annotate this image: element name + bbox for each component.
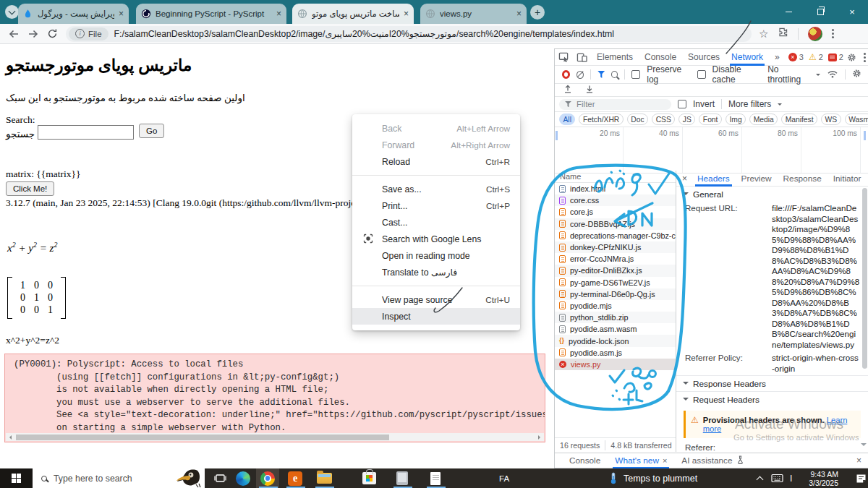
browser-tab[interactable]: views.py× — [420, 4, 527, 24]
filter-chip-doc[interactable]: Doc — [627, 114, 648, 125]
weather-widget[interactable]: Temps to plummet — [624, 468, 697, 488]
details-scrollbar[interactable] — [862, 188, 867, 369]
filter-chip-img[interactable]: Img — [726, 114, 746, 125]
network-request-row[interactable]: core.css — [555, 194, 676, 206]
go-button[interactable]: Go — [139, 124, 164, 138]
name-column-header[interactable]: Name — [555, 171, 676, 183]
tab-close-icon[interactable]: × — [119, 9, 124, 19]
console-warnings-badge[interactable]: ⚠ 2 — [809, 52, 823, 62]
menu-item-open-in-reading-mode[interactable]: Open in reading mode — [352, 247, 520, 264]
devtools-tab-network[interactable]: Network — [726, 49, 769, 66]
filter-chip-css[interactable]: CSS — [652, 114, 675, 125]
browser-menu-icon[interactable] — [832, 33, 834, 35]
chrome-icon[interactable] — [256, 468, 279, 488]
network-request-row[interactable]: py-terminal-D6e0p-Qg.js — [555, 288, 676, 300]
network-request-row[interactable]: core.js — [555, 206, 676, 218]
scroll-left-icon[interactable] — [7, 435, 12, 440]
task-view-button[interactable] — [208, 468, 231, 488]
scroll-right-icon[interactable] — [538, 435, 542, 440]
close-details-icon[interactable]: × — [682, 174, 687, 184]
microsoft-store-icon[interactable] — [357, 468, 380, 488]
forward-button[interactable] — [27, 29, 39, 39]
filter-chip-all[interactable]: All — [559, 114, 575, 125]
export-har-icon[interactable] — [563, 85, 572, 95]
reload-button[interactable] — [47, 28, 58, 39]
filter-chip-manifest[interactable]: Manifest — [781, 114, 817, 125]
touch-keyboard-icon[interactable] — [771, 468, 783, 488]
tab-search-button[interactable] — [5, 5, 19, 19]
network-request-row[interactable]: python_stdlib.zip — [555, 312, 676, 323]
timeline-handle-right[interactable] — [864, 131, 866, 140]
taskbar-clock[interactable]: 9:43 AM 3/3/2025 — [801, 468, 838, 488]
inspect-element-icon[interactable] — [558, 52, 569, 62]
document-app-icon[interactable] — [424, 468, 447, 488]
section-general[interactable]: General — [676, 187, 868, 202]
section-response-headers[interactable]: Response Headers — [676, 375, 868, 391]
start-button[interactable] — [0, 468, 33, 488]
import-har-icon[interactable] — [585, 85, 594, 95]
network-request-row[interactable]: pyodide.mjs — [555, 300, 676, 312]
filter-chip-js[interactable]: JS — [678, 114, 695, 125]
device-toolbar-icon[interactable] — [576, 52, 587, 62]
close-whats-new-icon[interactable]: × — [663, 456, 667, 465]
tablet-app-icon[interactable] — [391, 468, 414, 488]
devtools-tab-elements[interactable]: Elements — [591, 49, 639, 66]
file-explorer-icon[interactable] — [312, 468, 336, 488]
network-request-row[interactable]: pyodide.asm.wasm — [555, 323, 676, 335]
network-request-row[interactable]: pyodide.asm.js — [555, 347, 676, 359]
profile-avatar[interactable] — [808, 27, 822, 41]
disable-cache-checkbox[interactable] — [697, 70, 706, 79]
filter-chip-wasm[interactable]: Wasm — [845, 114, 868, 125]
network-timeline[interactable]: 20 ms40 ms60 ms80 ms100 ms — [555, 127, 868, 174]
network-request-row[interactable]: {}pyodide-lock.json — [555, 335, 676, 346]
address-bar[interactable]: i File F:/salamCleanDesktop3/salamCleanD… — [66, 26, 752, 42]
scrollbar-thumb[interactable] — [16, 435, 389, 440]
request-tab-headers[interactable]: Headers — [692, 171, 736, 187]
drawer-close-icon[interactable]: × — [856, 455, 861, 466]
network-conditions-icon[interactable] — [827, 69, 838, 80]
scheme-chip[interactable]: i File — [69, 27, 109, 40]
scroll-down-icon[interactable] — [861, 443, 867, 449]
issues-badge[interactable]: 2 — [828, 53, 843, 61]
devtools-tab-sources[interactable]: Sources — [682, 49, 726, 66]
network-filter-icon[interactable] — [597, 71, 605, 78]
network-request-row[interactable]: py-editor-DnliBZkx.js — [555, 265, 676, 276]
network-search-icon[interactable] — [611, 71, 618, 78]
network-filter-input[interactable]: Filter — [559, 99, 671, 110]
menu-item-print[interactable]: Print...Ctrl+P — [352, 197, 520, 214]
network-request-row[interactable]: error-CcoJNMra.js — [555, 253, 676, 265]
network-request-row[interactable]: core-DBBBvqAZ.js — [555, 218, 676, 230]
browser-tab[interactable]: ویرایش پست - ویرگول× — [18, 4, 129, 24]
back-button[interactable] — [8, 29, 20, 39]
edge-icon[interactable] — [231, 468, 255, 488]
bookmark-star-icon[interactable]: ☆ — [759, 27, 768, 40]
request-tab-response[interactable]: Response — [778, 171, 827, 187]
menu-item-inspect[interactable]: Inspect — [352, 308, 520, 325]
throttling-select[interactable]: No throttling — [767, 64, 809, 85]
tab-close-icon[interactable]: × — [404, 9, 409, 19]
language-indicator[interactable]: FA — [499, 468, 509, 488]
menu-item-back[interactable]: BackAlt+Left Arrow — [352, 120, 520, 137]
more-filters-label[interactable]: More filters — [728, 99, 771, 109]
tab-close-icon[interactable]: × — [516, 9, 522, 19]
network-request-row[interactable]: py-game-DS6TwE2V.js — [555, 277, 676, 288]
search-input[interactable] — [38, 125, 134, 140]
record-network-log-icon[interactable] — [562, 70, 570, 79]
more-tabs-chevron[interactable]: » — [769, 49, 786, 66]
drawer-tab-console[interactable]: Console — [563, 453, 606, 468]
devtools-tab-console[interactable]: Console — [639, 49, 682, 66]
console-errors-badge[interactable]: × 3 — [788, 53, 804, 61]
input-language-icon[interactable]: ا — [790, 468, 792, 488]
drawer-tab-whats-new[interactable]: What's new × — [609, 453, 673, 468]
menu-item-forward[interactable]: ForwardAlt+Right Arrow — [352, 137, 520, 153]
menu-item-translate-to[interactable]: Translate to فارسی — [352, 264, 520, 281]
filter-chip-fetch-xhr[interactable]: Fetch/XHR — [579, 114, 623, 125]
menu-item-cast[interactable]: Cast... — [352, 214, 520, 231]
new-tab-button[interactable]: + — [530, 5, 545, 20]
filter-chip-ws[interactable]: WS — [821, 114, 841, 125]
extensions-icon[interactable] — [778, 27, 788, 40]
devtools-menu-icon[interactable] — [864, 56, 866, 59]
action-center-icon[interactable] — [856, 468, 867, 488]
horizontal-scrollbar[interactable] — [6, 433, 544, 441]
click-me-button[interactable]: Click Me! — [6, 181, 54, 196]
